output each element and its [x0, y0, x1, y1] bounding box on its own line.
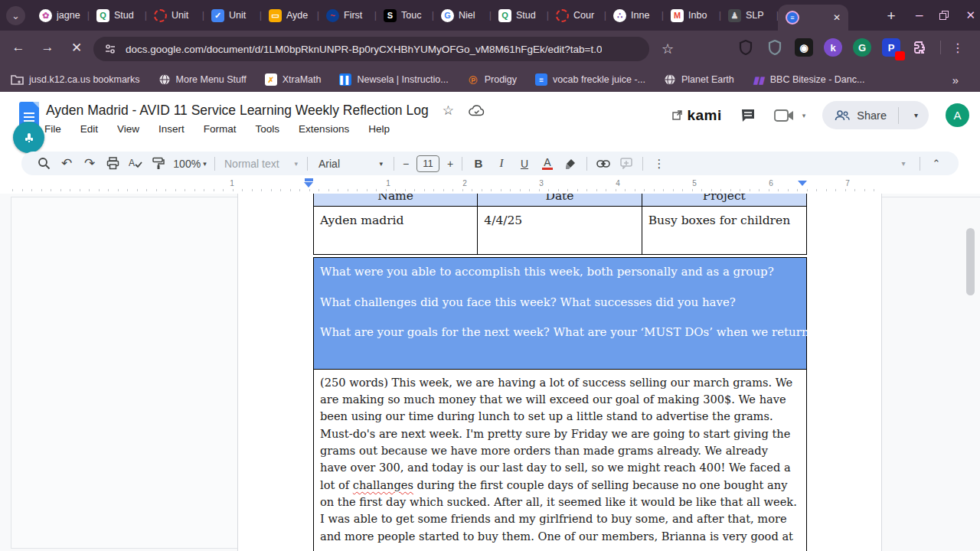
- browser-tab[interactable]: GNiel|: [434, 0, 492, 31]
- menu-edit[interactable]: Edit: [80, 123, 98, 135]
- bookmark-item[interactable]: Planet Earth: [664, 73, 734, 86]
- menu-tools[interactable]: Tools: [256, 123, 280, 135]
- forward-button[interactable]: →: [38, 40, 57, 55]
- kami-icon[interactable]: k: [824, 38, 842, 57]
- browser-tab[interactable]: QStud|: [90, 0, 147, 31]
- header-cell-date[interactable]: Date: [478, 194, 642, 206]
- bookmark-item[interactable]: ▌▌Newsela | Instructio...: [339, 73, 448, 86]
- italic-button[interactable]: I: [490, 154, 513, 174]
- document-title[interactable]: Ayden Madrid - AVID 11 Service Learning …: [46, 103, 429, 119]
- share-button[interactable]: Share ▾: [822, 101, 929, 129]
- ruler-tick: [452, 189, 453, 191]
- questions-block[interactable]: What were you able to accomplish this we…: [313, 257, 807, 370]
- paragraph-style-control[interactable]: Normal text ▾: [220, 154, 302, 174]
- restore-button[interactable]: [939, 11, 949, 20]
- tab-search-button[interactable]: ⌄: [6, 6, 25, 25]
- browser-tab[interactable]: ▭Ayde|: [262, 0, 319, 31]
- close-tab-icon[interactable]: ✕: [833, 12, 841, 23]
- shield-teal-icon[interactable]: [766, 38, 784, 57]
- cell-project[interactable]: Busy boxes for children: [642, 207, 806, 254]
- browser-tab[interactable]: STouc|: [377, 0, 434, 31]
- meet-call-control[interactable]: ▾: [774, 109, 806, 122]
- vertical-scrollbar[interactable]: [966, 228, 975, 295]
- active-tab[interactable]: ≡ ✕: [778, 5, 848, 31]
- url-text[interactable]: docs.google.com/document/d/1LM0bpRknUNPR…: [126, 44, 602, 55]
- underline-button[interactable]: U: [513, 154, 536, 174]
- redo-button[interactable]: ↷: [78, 154, 101, 174]
- bookmark-item[interactable]: ℗Prodigy: [467, 73, 517, 86]
- right-indent-marker[interactable]: [798, 181, 807, 186]
- text-color-button[interactable]: A: [536, 154, 559, 174]
- browser-tab[interactable]: Cour|: [549, 0, 606, 31]
- panda-icon[interactable]: ◉: [795, 38, 813, 57]
- more-toolbar-options-button[interactable]: ⋮: [648, 154, 671, 174]
- extensions-puzzle-icon[interactable]: [911, 38, 929, 57]
- grammarly-icon[interactable]: G: [853, 38, 871, 57]
- search-menus-button[interactable]: [32, 154, 55, 174]
- print-button[interactable]: [101, 154, 124, 174]
- browser-tab[interactable]: MInbo|: [664, 0, 721, 31]
- bookmark-item[interactable]: ≡vocab freckle juice -...: [535, 73, 645, 86]
- browser-tab[interactable]: QStud|: [492, 0, 549, 31]
- add-comment-button[interactable]: [615, 154, 638, 174]
- star-document-icon[interactable]: ☆: [443, 103, 454, 119]
- bookmark-star-icon[interactable]: ☆: [662, 41, 674, 57]
- left-indent-marker[interactable]: [304, 182, 313, 187]
- bookmark-item[interactable]: ▮▮BBC Bitesize - Danc...: [753, 73, 865, 86]
- ruler[interactable]: 11234567: [0, 178, 980, 194]
- editing-mode-caret[interactable]: ▾: [892, 154, 915, 174]
- browser-tab[interactable]: ✓Unit|: [204, 0, 262, 31]
- kami-floating-button[interactable]: [13, 122, 44, 153]
- comments-icon[interactable]: [739, 106, 757, 125]
- document-page[interactable]: Name Date Project Ayden madrid 4/4/25 Bu…: [237, 194, 882, 551]
- cell-date[interactable]: 4/4/25: [478, 207, 642, 254]
- menu-help[interactable]: Help: [368, 123, 390, 135]
- document-status-cloud-icon[interactable]: [468, 105, 485, 117]
- close-window-button[interactable]: ✕: [965, 8, 975, 22]
- ruler-tick: [472, 189, 472, 191]
- menu-file[interactable]: File: [44, 123, 61, 135]
- bookmarks-overflow-button[interactable]: »: [952, 73, 959, 86]
- bookmark-item[interactable]: More Menu Stuff: [158, 73, 247, 86]
- stop-button[interactable]: ✕: [67, 40, 86, 56]
- bookmark-item[interactable]: ✗XtraMath: [265, 73, 322, 86]
- site-settings-icon[interactable]: [104, 43, 116, 55]
- bold-button[interactable]: B: [467, 154, 490, 174]
- new-tab-button[interactable]: +: [882, 7, 900, 25]
- back-button[interactable]: ←: [9, 40, 28, 55]
- menu-extensions[interactable]: Extensions: [299, 123, 349, 135]
- first-line-indent-marker[interactable]: [305, 178, 313, 181]
- minimize-button[interactable]: –: [916, 8, 923, 23]
- browser-tab[interactable]: ~First|: [319, 0, 377, 31]
- browser-tab[interactable]: ∴Inne|: [606, 0, 664, 31]
- answer-cell[interactable]: (250 words) This week, we are having a l…: [313, 369, 807, 551]
- prodigy-badge-icon[interactable]: P: [882, 38, 900, 57]
- decrease-font-size-button[interactable]: −: [399, 154, 413, 174]
- font-size-input[interactable]: 11: [416, 155, 439, 172]
- menu-view[interactable]: View: [117, 123, 139, 135]
- browser-tab[interactable]: ✿jagne|: [32, 0, 90, 31]
- cell-name[interactable]: Ayden madrid: [314, 207, 478, 254]
- spell-check-button[interactable]: A: [124, 154, 147, 174]
- menu-insert[interactable]: Insert: [158, 123, 185, 135]
- hide-menus-button[interactable]: ⌃: [925, 154, 948, 174]
- header-cell-name[interactable]: Name: [314, 194, 478, 206]
- increase-font-size-button[interactable]: +: [443, 154, 457, 174]
- share-caret-icon[interactable]: ▾: [908, 111, 924, 119]
- account-avatar[interactable]: A: [946, 103, 969, 127]
- chrome-menu-button[interactable]: ⋮: [952, 41, 964, 55]
- omnibox[interactable]: docs.google.com/document/d/1LM0bpRknUNPR…: [93, 37, 649, 61]
- open-in-kami-button[interactable]: kami: [672, 107, 721, 124]
- undo-button[interactable]: ↶: [55, 154, 78, 174]
- bookmark-item[interactable]: jusd.k12.ca.us bookmarks: [11, 74, 140, 85]
- header-cell-project[interactable]: Project: [642, 194, 806, 206]
- paint-format-button[interactable]: [147, 154, 170, 174]
- menu-format[interactable]: Format: [204, 123, 237, 135]
- highlight-color-button[interactable]: [559, 154, 582, 174]
- shield-dark-icon[interactable]: [737, 38, 755, 57]
- font-family-control[interactable]: Arial ▾: [312, 154, 389, 174]
- browser-tab[interactable]: ♟SLP|: [721, 0, 779, 31]
- browser-tab[interactable]: Unit|: [147, 0, 204, 31]
- insert-link-button[interactable]: [592, 154, 615, 174]
- zoom-control[interactable]: 100% ▾: [170, 154, 210, 174]
